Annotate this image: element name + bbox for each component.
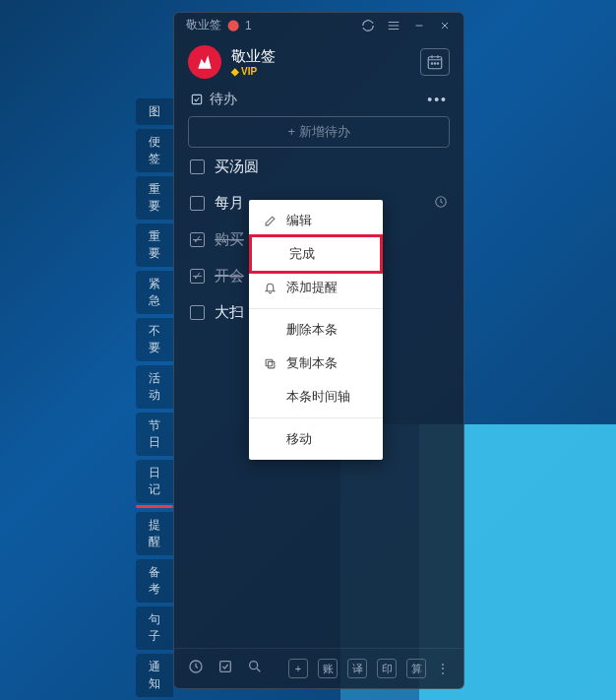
sync-icon[interactable] [361, 19, 375, 32]
tab-important-1[interactable]: 重要 [136, 176, 173, 220]
add-square-button[interactable]: + [288, 659, 308, 678]
tab-notice[interactable]: 通知 [136, 654, 173, 697]
todo-item[interactable]: 每月 编辑 完成 添加提醒 删除本条 [190, 194, 448, 213]
bottom-toolbar: + 账 译 印 算 ⋮ [174, 648, 463, 688]
notification-icon[interactable]: ⬤ [227, 19, 239, 32]
main-panel: 敬业签 ⬤ 1 敬业签 ◆VIP 待办 ••• + 新增待办 [173, 12, 464, 689]
menu-complete[interactable]: 完成 [249, 234, 383, 274]
calendar-icon [426, 53, 444, 71]
menu-label: 添加提醒 [286, 279, 338, 296]
menu-label: 完成 [289, 245, 315, 263]
reminder-icon [434, 195, 448, 212]
checkbox-icon[interactable] [190, 196, 205, 211]
tab-indicator [136, 505, 173, 508]
calendar-button[interactable] [420, 48, 450, 76]
more-vertical-icon[interactable]: ⋮ [436, 661, 450, 676]
translate-button[interactable]: 译 [347, 659, 367, 678]
close-icon[interactable] [438, 19, 452, 32]
app-name: 敬业签 [231, 47, 276, 66]
minimize-icon[interactable] [412, 19, 426, 32]
menu-label: 删除本条 [286, 321, 338, 339]
notification-count: 1 [245, 19, 252, 32]
svg-point-2 [434, 63, 436, 65]
vip-badge: ◆VIP [231, 66, 276, 77]
tab-important-2[interactable]: 重要 [136, 223, 173, 267]
category-tab-strip: 图 便签 重要 重要 紧急 不要 活动 节日 日记 提醒 备考 句子 通知 待办… [136, 98, 173, 700]
menu-edit[interactable]: 编辑 [249, 204, 383, 237]
tab-activity[interactable]: 活动 [136, 365, 173, 409]
checkbox-icon[interactable] [190, 269, 205, 284]
sub-header: 待办 ••• [174, 85, 463, 112]
tab-reminder[interactable]: 提醒 [136, 512, 173, 555]
search-icon[interactable] [247, 659, 263, 678]
todo-item[interactable]: 买汤圆 [190, 158, 448, 176]
checkbox-icon[interactable] [190, 232, 205, 247]
calc-button[interactable]: 算 [406, 659, 426, 678]
context-menu: 编辑 完成 添加提醒 删除本条 复制本条 [249, 200, 383, 460]
titlebar-app-name: 敬业签 [186, 17, 221, 33]
todo-text: 购买 [215, 230, 244, 249]
svg-rect-4 [192, 95, 201, 103]
menu-timeline[interactable]: 本条时间轴 [249, 380, 383, 414]
svg-point-10 [250, 662, 258, 669]
menu-label: 本条时间轴 [286, 388, 350, 406]
checkbox-icon[interactable] [190, 305, 205, 320]
svg-rect-7 [266, 359, 273, 366]
blank-icon [266, 247, 279, 261]
todo-text: 大扫 [215, 303, 244, 322]
copy-icon [263, 356, 277, 370]
svg-point-1 [431, 63, 433, 65]
header: 敬业签 ◆VIP [174, 37, 463, 85]
menu-label: 移动 [286, 430, 312, 448]
todo-list: 买汤圆 每月 编辑 完成 添加提醒 [174, 158, 463, 322]
todo-text: 每月 [215, 194, 244, 213]
tab-urgent[interactable]: 紧急 [136, 271, 173, 314]
edit-icon [263, 214, 277, 227]
title-bar: 敬业签 ⬤ 1 [174, 13, 463, 37]
svg-rect-6 [268, 361, 275, 368]
tab-festival[interactable]: 节日 [136, 413, 173, 456]
blank-icon [263, 390, 277, 404]
account-button[interactable]: 账 [318, 659, 338, 678]
menu-add-reminder[interactable]: 添加提醒 [249, 271, 383, 304]
menu-icon[interactable] [387, 19, 400, 32]
menu-label: 编辑 [286, 212, 312, 229]
tab-diary[interactable]: 日记 [136, 460, 173, 503]
history-icon[interactable] [188, 659, 204, 678]
todo-text: 开会 [215, 267, 244, 286]
print-button[interactable]: 印 [377, 659, 397, 678]
blank-icon [263, 432, 277, 446]
menu-separator [249, 308, 383, 309]
tab-image[interactable]: 图 [136, 98, 173, 125]
menu-delete[interactable]: 删除本条 [249, 313, 383, 347]
tab-exam[interactable]: 备考 [136, 559, 173, 603]
blank-icon [263, 323, 277, 337]
svg-point-3 [437, 63, 439, 65]
tab-dont[interactable]: 不要 [136, 318, 173, 361]
todo-text: 买汤圆 [215, 158, 259, 176]
add-todo-button[interactable]: + 新增待办 [188, 116, 450, 148]
menu-separator [249, 417, 383, 418]
menu-label: 复制本条 [286, 354, 338, 372]
checkbox-icon[interactable] [190, 159, 205, 174]
todo-icon [190, 93, 204, 106]
tab-note[interactable]: 便签 [136, 129, 173, 172]
completed-icon[interactable] [217, 659, 233, 678]
menu-copy[interactable]: 复制本条 [249, 347, 383, 380]
more-icon[interactable]: ••• [427, 92, 448, 107]
menu-move[interactable]: 移动 [249, 422, 383, 456]
tab-sentence[interactable]: 句子 [136, 606, 173, 650]
svg-rect-9 [220, 662, 231, 672]
app-logo [188, 45, 221, 79]
bell-icon [263, 281, 277, 294]
sub-title: 待办 [210, 91, 237, 108]
